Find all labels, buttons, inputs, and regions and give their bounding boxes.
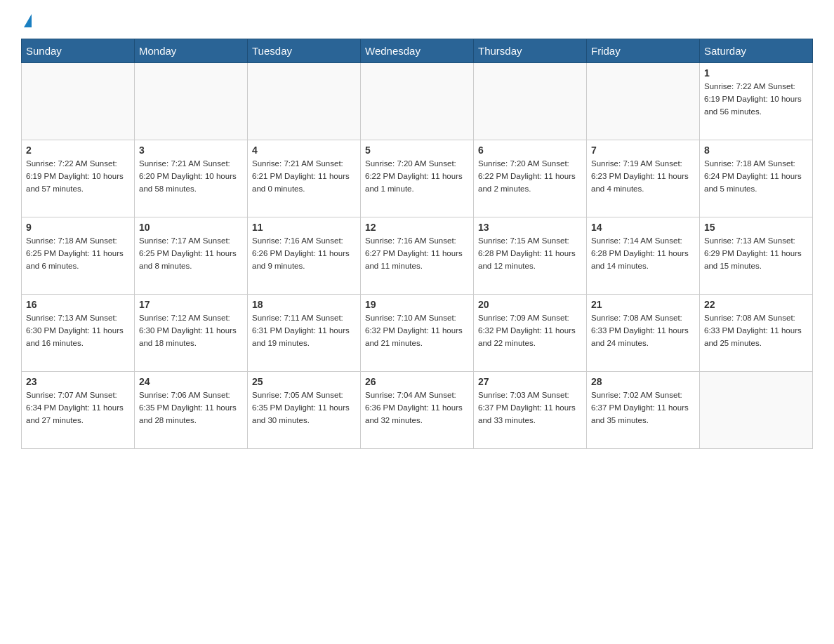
day-info: Sunrise: 7:03 AM Sunset: 6:37 PM Dayligh… — [478, 389, 582, 427]
day-number: 22 — [704, 299, 808, 310]
day-info: Sunrise: 7:11 AM Sunset: 6:31 PM Dayligh… — [252, 312, 356, 349]
day-number: 8 — [704, 145, 808, 156]
calendar-header: Sunday Monday Tuesday Wednesday Thursday… — [22, 39, 813, 63]
day-number: 11 — [252, 222, 356, 233]
day-info: Sunrise: 7:16 AM Sunset: 6:27 PM Dayligh… — [365, 235, 469, 272]
calendar-week-2: 9Sunrise: 7:18 AM Sunset: 6:25 PM Daylig… — [22, 217, 813, 295]
day-number: 13 — [478, 222, 582, 233]
day-info: Sunrise: 7:16 AM Sunset: 6:26 PM Dayligh… — [252, 235, 356, 272]
day-number: 6 — [478, 145, 582, 156]
calendar-table: Sunday Monday Tuesday Wednesday Thursday… — [21, 39, 813, 449]
calendar-cell: 10Sunrise: 7:17 AM Sunset: 6:25 PM Dayli… — [135, 217, 248, 295]
day-number: 20 — [478, 299, 582, 310]
day-number: 2 — [26, 145, 130, 156]
calendar-cell: 11Sunrise: 7:16 AM Sunset: 6:26 PM Dayli… — [248, 217, 361, 295]
calendar-cell: 26Sunrise: 7:04 AM Sunset: 6:36 PM Dayli… — [361, 372, 474, 449]
day-info: Sunrise: 7:10 AM Sunset: 6:32 PM Dayligh… — [365, 312, 469, 349]
day-info: Sunrise: 7:15 AM Sunset: 6:28 PM Dayligh… — [478, 235, 582, 272]
day-number: 5 — [365, 145, 469, 156]
calendar-cell — [474, 63, 587, 140]
day-number: 16 — [26, 299, 130, 310]
day-info: Sunrise: 7:07 AM Sunset: 6:34 PM Dayligh… — [26, 389, 130, 427]
day-info: Sunrise: 7:17 AM Sunset: 6:25 PM Dayligh… — [139, 235, 243, 272]
calendar-cell: 1Sunrise: 7:22 AM Sunset: 6:19 PM Daylig… — [700, 63, 813, 140]
day-info: Sunrise: 7:21 AM Sunset: 6:20 PM Dayligh… — [139, 158, 243, 195]
day-number: 1 — [704, 67, 808, 79]
calendar-cell — [587, 63, 700, 140]
calendar-cell — [135, 63, 248, 140]
calendar-cell: 28Sunrise: 7:02 AM Sunset: 6:37 PM Dayli… — [587, 372, 700, 449]
calendar-cell: 7Sunrise: 7:19 AM Sunset: 6:23 PM Daylig… — [587, 140, 700, 217]
day-info: Sunrise: 7:04 AM Sunset: 6:36 PM Dayligh… — [365, 389, 469, 427]
day-info: Sunrise: 7:18 AM Sunset: 6:24 PM Dayligh… — [704, 158, 808, 195]
day-number: 25 — [252, 376, 356, 387]
day-info: Sunrise: 7:06 AM Sunset: 6:35 PM Dayligh… — [139, 389, 243, 427]
day-number: 9 — [26, 222, 130, 233]
day-info: Sunrise: 7:21 AM Sunset: 6:21 PM Dayligh… — [252, 158, 356, 195]
day-info: Sunrise: 7:20 AM Sunset: 6:22 PM Dayligh… — [365, 158, 469, 195]
calendar-week-3: 16Sunrise: 7:13 AM Sunset: 6:30 PM Dayli… — [22, 295, 813, 372]
day-number: 3 — [139, 145, 243, 156]
calendar-cell: 4Sunrise: 7:21 AM Sunset: 6:21 PM Daylig… — [248, 140, 361, 217]
calendar-cell: 8Sunrise: 7:18 AM Sunset: 6:24 PM Daylig… — [700, 140, 813, 217]
calendar-week-4: 23Sunrise: 7:07 AM Sunset: 6:34 PM Dayli… — [22, 372, 813, 449]
calendar-cell: 24Sunrise: 7:06 AM Sunset: 6:35 PM Dayli… — [135, 372, 248, 449]
col-tuesday: Tuesday — [248, 39, 361, 63]
calendar-cell: 27Sunrise: 7:03 AM Sunset: 6:37 PM Dayli… — [474, 372, 587, 449]
day-number: 24 — [139, 376, 243, 387]
day-number: 21 — [591, 299, 695, 310]
calendar-cell — [361, 63, 474, 140]
day-info: Sunrise: 7:19 AM Sunset: 6:23 PM Dayligh… — [591, 158, 695, 195]
calendar-cell: 17Sunrise: 7:12 AM Sunset: 6:30 PM Dayli… — [135, 295, 248, 372]
calendar-cell: 15Sunrise: 7:13 AM Sunset: 6:29 PM Dayli… — [700, 217, 813, 295]
calendar-cell: 3Sunrise: 7:21 AM Sunset: 6:20 PM Daylig… — [135, 140, 248, 217]
day-number: 14 — [591, 222, 695, 233]
calendar-cell: 12Sunrise: 7:16 AM Sunset: 6:27 PM Dayli… — [361, 217, 474, 295]
calendar-body: 1Sunrise: 7:22 AM Sunset: 6:19 PM Daylig… — [22, 63, 813, 449]
calendar-cell: 9Sunrise: 7:18 AM Sunset: 6:25 PM Daylig… — [22, 217, 135, 295]
day-number: 23 — [26, 376, 130, 387]
day-info: Sunrise: 7:18 AM Sunset: 6:25 PM Dayligh… — [26, 235, 130, 272]
calendar-cell: 18Sunrise: 7:11 AM Sunset: 6:31 PM Dayli… — [248, 295, 361, 372]
day-number: 12 — [365, 222, 469, 233]
day-info: Sunrise: 7:09 AM Sunset: 6:32 PM Dayligh… — [478, 312, 582, 349]
calendar-cell — [700, 372, 813, 449]
day-info: Sunrise: 7:22 AM Sunset: 6:19 PM Dayligh… — [26, 158, 130, 195]
col-monday: Monday — [135, 39, 248, 63]
calendar-cell: 22Sunrise: 7:08 AM Sunset: 6:33 PM Dayli… — [700, 295, 813, 372]
day-info: Sunrise: 7:14 AM Sunset: 6:28 PM Dayligh… — [591, 235, 695, 272]
calendar-cell — [22, 63, 135, 140]
logo — [21, 14, 32, 27]
calendar-cell: 6Sunrise: 7:20 AM Sunset: 6:22 PM Daylig… — [474, 140, 587, 217]
calendar-cell: 25Sunrise: 7:05 AM Sunset: 6:35 PM Dayli… — [248, 372, 361, 449]
calendar-cell: 13Sunrise: 7:15 AM Sunset: 6:28 PM Dayli… — [474, 217, 587, 295]
day-info: Sunrise: 7:13 AM Sunset: 6:29 PM Dayligh… — [704, 235, 808, 272]
col-sunday: Sunday — [22, 39, 135, 63]
day-info: Sunrise: 7:05 AM Sunset: 6:35 PM Dayligh… — [252, 389, 356, 427]
col-friday: Friday — [587, 39, 700, 63]
day-number: 18 — [252, 299, 356, 310]
calendar-cell — [248, 63, 361, 140]
calendar-cell: 16Sunrise: 7:13 AM Sunset: 6:30 PM Dayli… — [22, 295, 135, 372]
calendar-cell: 21Sunrise: 7:08 AM Sunset: 6:33 PM Dayli… — [587, 295, 700, 372]
day-info: Sunrise: 7:22 AM Sunset: 6:19 PM Dayligh… — [704, 81, 808, 118]
calendar-cell: 2Sunrise: 7:22 AM Sunset: 6:19 PM Daylig… — [22, 140, 135, 217]
day-info: Sunrise: 7:08 AM Sunset: 6:33 PM Dayligh… — [591, 312, 695, 349]
day-number: 4 — [252, 145, 356, 156]
calendar-cell: 14Sunrise: 7:14 AM Sunset: 6:28 PM Dayli… — [587, 217, 700, 295]
day-info: Sunrise: 7:20 AM Sunset: 6:22 PM Dayligh… — [478, 158, 582, 195]
day-info: Sunrise: 7:08 AM Sunset: 6:33 PM Dayligh… — [704, 312, 808, 349]
calendar-week-1: 2Sunrise: 7:22 AM Sunset: 6:19 PM Daylig… — [22, 140, 813, 217]
day-number: 28 — [591, 376, 695, 387]
calendar-cell: 20Sunrise: 7:09 AM Sunset: 6:32 PM Dayli… — [474, 295, 587, 372]
day-number: 10 — [139, 222, 243, 233]
day-number: 26 — [365, 376, 469, 387]
calendar-week-0: 1Sunrise: 7:22 AM Sunset: 6:19 PM Daylig… — [22, 63, 813, 140]
calendar-cell: 19Sunrise: 7:10 AM Sunset: 6:32 PM Dayli… — [361, 295, 474, 372]
day-number: 15 — [704, 222, 808, 233]
col-thursday: Thursday — [474, 39, 587, 63]
day-number: 19 — [365, 299, 469, 310]
day-number: 27 — [478, 376, 582, 387]
col-wednesday: Wednesday — [361, 39, 474, 63]
day-number: 17 — [139, 299, 243, 310]
